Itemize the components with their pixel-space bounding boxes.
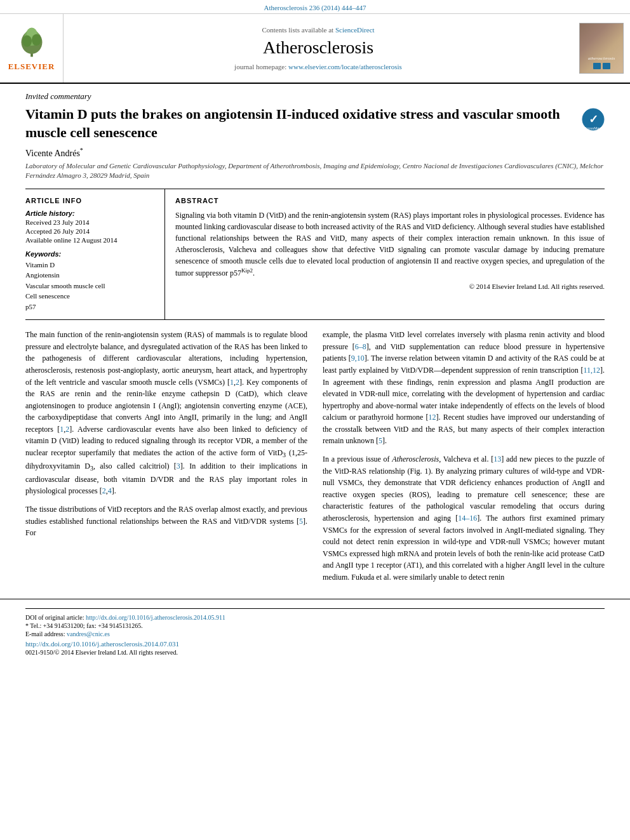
article-section: Invited commentary Vitamin D puts the br… <box>0 84 630 320</box>
ref-5[interactable]: 5 <box>299 517 303 526</box>
author-sup: * <box>80 147 83 154</box>
footer-divider <box>25 608 605 609</box>
body-para-2: The tissue distributions of VitD recepto… <box>25 503 307 539</box>
page-wrapper: Atherosclerosis 236 (2014) 444–447 ELSEV… <box>0 0 630 840</box>
elsevier-logo-section: ELSEVIER <box>0 14 64 83</box>
svg-text:✓: ✓ <box>589 113 598 126</box>
thumb-icon-2 <box>603 63 610 69</box>
author-affiliation: Laboratory of Molecular and Genetic Card… <box>25 161 605 181</box>
article-info-header: ARTICLE INFO <box>25 197 156 204</box>
svg-text:CrossMark: CrossMark <box>584 126 603 130</box>
ref-12b[interactable]: 12 <box>429 413 436 422</box>
ref-1[interactable]: 1 <box>230 378 234 387</box>
keyword-2: Angiotensin <box>25 270 156 281</box>
contact-line: * Tel.: +34 914531200; fax: +34 91451312… <box>25 622 605 629</box>
abstract-sup: Kip2 <box>241 267 253 274</box>
sciencedirect-line: Contents lists available at ScienceDirec… <box>262 26 374 34</box>
elsevier-brand-text: ELSEVIER <box>8 62 55 72</box>
doi-label: DOI of original article: <box>25 614 86 621</box>
journal-citation: Atherosclerosis 236 (2014) 444–447 <box>264 4 366 11</box>
ref-9-10[interactable]: 9,10 <box>351 354 365 363</box>
ref-13[interactable]: 13 <box>493 455 501 463</box>
body-two-col: The main function of the renin-angiotens… <box>25 329 605 589</box>
keyword-5: p57 <box>25 302 156 312</box>
thumb-icon-1 <box>593 63 601 69</box>
ref-14-16[interactable]: 14–16 <box>458 514 477 523</box>
body-para-3: example, the plasma VitD level correlate… <box>323 329 605 447</box>
article-info-abstract: ARTICLE INFO Article history: Received 2… <box>25 189 605 321</box>
author-name: Vicente Andrés* <box>25 147 605 159</box>
doi-url[interactable]: http://dx.doi.org/10.1016/j.atherosclero… <box>86 614 225 621</box>
ref-2c[interactable]: 2 <box>102 486 106 495</box>
contents-label: Contents lists available at <box>262 26 335 34</box>
footer-url-line: http://dx.doi.org/10.1016/j.atherosclero… <box>25 640 605 648</box>
keyword-4: Cell senescence <box>25 291 156 302</box>
journal-header: ELSEVIER Contents lists available at Sci… <box>0 14 630 84</box>
thumb-title: atherosclerosis <box>588 56 615 61</box>
article-type: Invited commentary <box>25 91 605 102</box>
top-bar: Atherosclerosis 236 (2014) 444–447 <box>0 0 630 14</box>
sciencedirect-link[interactable]: ScienceDirect <box>335 26 375 34</box>
ref-3[interactable]: 3 <box>177 462 180 470</box>
footer-section: DOI of original article: http://dx.doi.o… <box>0 599 630 660</box>
issn-line: 0021-9150/© 2014 Elsevier Ireland Ltd. A… <box>25 649 605 656</box>
svg-point-4 <box>22 36 32 47</box>
abstract-header: ABSTRACT <box>175 197 605 204</box>
ref-4[interactable]: 4 <box>108 486 112 495</box>
elsevier-tree-icon <box>13 25 51 60</box>
ref-6-8[interactable]: 6–8 <box>355 342 366 351</box>
received-date: Received 23 July 2014 <box>25 218 156 226</box>
abstract-column: ABSTRACT Signaling via both vitamin D (V… <box>165 189 605 320</box>
ref-11-12[interactable]: 11,12 <box>583 366 600 375</box>
body-para-1: The main function of the renin-angiotens… <box>25 329 307 497</box>
accepted-date: Accepted 26 July 2014 <box>25 227 156 235</box>
keywords-label: Keywords: <box>25 250 156 258</box>
journal-thumbnail-section: atherosclerosis <box>573 14 630 83</box>
journal-header-center: Contents lists available at ScienceDirec… <box>64 14 573 83</box>
abstract-text: Signaling via both vitamin D (VitD) and … <box>175 210 605 279</box>
abstract-copyright: © 2014 Elsevier Ireland Ltd. All rights … <box>175 283 605 290</box>
crossmark-icon: ✓ CrossMark <box>582 108 605 131</box>
thumb-icons <box>593 63 610 69</box>
ref-5b[interactable]: 5 <box>379 436 382 445</box>
available-date: Available online 12 August 2014 <box>25 236 156 244</box>
abstract-body: Signaling via both vitamin D (VitD) and … <box>175 211 605 277</box>
email-label: E-mail address: <box>25 630 67 637</box>
article-info-column: ARTICLE INFO Article history: Received 2… <box>25 189 165 320</box>
svg-point-5 <box>32 34 41 46</box>
contact-text: * Tel.: +34 914531200; fax: +34 91451312… <box>25 622 143 629</box>
author-name-text: Vicente Andrés <box>25 149 80 158</box>
title-crossmark-container: Vitamin D puts the brakes on angiotensin… <box>25 105 605 147</box>
doi-line: DOI of original article: http://dx.doi.o… <box>25 614 605 621</box>
body-para-4: In a previous issue of Atherosclerosis, … <box>323 453 605 583</box>
journal-title: Atherosclerosis <box>263 37 373 58</box>
journal-thumbnail: atherosclerosis <box>579 23 624 74</box>
email-address[interactable]: vandres@cnic.es <box>67 630 110 637</box>
article-title: Vitamin D puts the brakes on angiotensin… <box>25 105 575 142</box>
body-right-col: example, the plasma VitD level correlate… <box>323 329 605 589</box>
ref-1b[interactable]: 1 <box>60 425 64 434</box>
ref-2b[interactable]: 2 <box>65 425 69 434</box>
ref-2[interactable]: 2 <box>236 378 239 387</box>
keyword-1: Vitamin D <box>25 260 156 270</box>
footer-url[interactable]: http://dx.doi.org/10.1016/j.atherosclero… <box>25 640 605 648</box>
journal-homepage: journal homepage: www.elsevier.com/locat… <box>234 63 402 70</box>
elsevier-logo: ELSEVIER <box>8 25 55 72</box>
keyword-3: Vascular smooth muscle cell <box>25 281 156 291</box>
email-line: E-mail address: vandres@cnic.es <box>25 630 605 637</box>
history-label: Article history: <box>25 210 156 217</box>
homepage-label: journal homepage: <box>234 63 288 70</box>
body-section: The main function of the renin-angiotens… <box>0 320 630 598</box>
body-left-col: The main function of the renin-angiotens… <box>25 329 307 589</box>
homepage-url[interactable]: www.elsevier.com/locate/atherosclerosis <box>288 63 402 70</box>
